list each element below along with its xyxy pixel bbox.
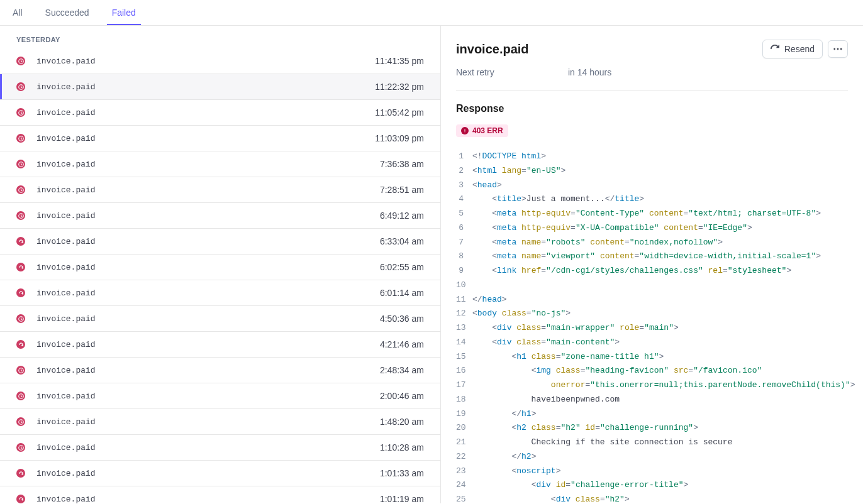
event-row[interactable]: invoice.paid6:01:14 am — [0, 280, 440, 306]
event-row[interactable]: invoice.paid2:00:46 am — [0, 383, 440, 409]
clock-icon — [16, 108, 25, 117]
code-line: 15 <h1 class="zone-name-title h1"> — [456, 350, 848, 364]
code-line: 4 <title>Just a moment...</title> — [456, 192, 848, 207]
retry-icon — [16, 263, 25, 271]
event-time: 6:01:14 am — [380, 288, 424, 298]
line-number: 1 — [456, 150, 472, 164]
event-row[interactable]: invoice.paid1:48:20 am — [0, 409, 440, 435]
event-row[interactable]: invoice.paid7:28:51 am — [0, 177, 440, 203]
more-icon — [833, 45, 842, 53]
line-content: <meta name="viewport" content="width=dev… — [472, 249, 821, 264]
event-name: invoice.paid — [36, 495, 380, 504]
line-content: <title>Just a moment...</title> — [472, 192, 644, 207]
event-time: 6:49:12 am — [380, 211, 424, 221]
clock-icon — [16, 443, 25, 452]
event-time: 11:05:42 pm — [375, 107, 424, 118]
resend-button[interactable]: Resend — [762, 40, 823, 58]
event-row[interactable]: invoice.paid4:21:46 am — [0, 332, 440, 358]
more-button[interactable] — [828, 40, 848, 58]
line-number: 13 — [456, 321, 472, 336]
event-row[interactable]: invoice.paid6:33:04 am — [0, 229, 440, 255]
code-line: 5 <meta http-equiv="Content-Type" conten… — [456, 207, 848, 221]
event-time: 7:36:38 am — [380, 159, 424, 169]
retry-icon — [16, 495, 25, 503]
line-content: <div class="h2"> — [472, 493, 630, 503]
code-line: 13 <div class="main-wrapper" role="main"… — [456, 321, 848, 336]
line-number: 21 — [456, 436, 472, 450]
line-content: onerror="this.onerror=null;this.parentNo… — [472, 378, 855, 393]
clock-icon — [16, 57, 25, 65]
clock-icon — [16, 314, 25, 323]
event-row[interactable]: invoice.paid2:48:34 am — [0, 358, 440, 383]
event-name: invoice.paid — [36, 443, 380, 452]
code-line: 23 <noscript> — [456, 464, 848, 479]
event-name: invoice.paid — [36, 392, 380, 401]
filter-tabs: AllSucceededFailed — [0, 0, 863, 26]
code-line: 8 <meta name="viewport" content="width=d… — [456, 249, 848, 264]
code-line: 7 <meta name="robots" content="noindex,n… — [456, 236, 848, 250]
code-line: 14 <div class="main-content"> — [456, 336, 848, 350]
event-row[interactable]: invoice.paid1:01:33 am — [0, 461, 440, 486]
line-number: 7 — [456, 236, 472, 250]
code-line: 17 onerror="this.onerror=null;this.paren… — [456, 378, 848, 393]
code-line: 24 <div id="challenge-error-title"> — [456, 478, 848, 493]
retry-icon — [16, 340, 25, 349]
event-row[interactable]: invoice.paid11:41:35 pm — [0, 48, 440, 74]
tab-all[interactable]: All — [8, 0, 28, 25]
line-number: 11 — [456, 293, 472, 307]
code-line: 6 <meta http-equiv="X-UA-Compatible" con… — [456, 221, 848, 236]
event-name: invoice.paid — [36, 469, 380, 478]
event-name: invoice.paid — [36, 237, 380, 246]
code-line: 1<!DOCTYPE html> — [456, 150, 848, 164]
line-number: 4 — [456, 192, 472, 207]
code-line: 21 Checking if the site connection is se… — [456, 436, 848, 450]
tab-succeeded[interactable]: Succeeded — [40, 0, 94, 25]
event-time: 1:01:19 am — [380, 494, 424, 503]
event-time: 4:21:46 am — [380, 339, 424, 349]
event-row[interactable]: invoice.paid4:50:36 am — [0, 306, 440, 332]
line-number: 9 — [456, 264, 472, 278]
clock-icon — [16, 392, 25, 400]
event-row[interactable]: invoice.paid11:03:09 pm — [0, 126, 440, 151]
line-content: <meta name="robots" content="noindex,nof… — [472, 236, 723, 250]
clock-icon — [16, 185, 25, 194]
event-row[interactable]: invoice.paid11:05:42 pm — [0, 100, 440, 126]
code-line: 22 </h2> — [456, 450, 848, 464]
line-number: 6 — [456, 221, 472, 236]
event-name: invoice.paid — [36, 263, 380, 272]
event-name: invoice.paid — [36, 314, 380, 324]
line-content: <body class="no-js"> — [472, 307, 571, 321]
line-number: 15 — [456, 350, 472, 364]
event-name: invoice.paid — [36, 366, 380, 375]
line-number: 5 — [456, 207, 472, 221]
code-line: 3<head> — [456, 178, 848, 193]
svg-point-16 — [464, 131, 465, 132]
next-retry-row: Next retry in 14 hours — [456, 67, 848, 90]
line-content: Checking if the site connection is secur… — [472, 436, 732, 450]
clock-icon — [16, 160, 25, 168]
clock-icon — [16, 211, 25, 220]
event-name: invoice.paid — [36, 417, 380, 427]
line-number: 12 — [456, 307, 472, 321]
line-number: 19 — [456, 407, 472, 422]
code-line: 16 <img class="heading-favicon" src="/fa… — [456, 364, 848, 378]
tab-failed[interactable]: Failed — [107, 0, 141, 25]
event-row[interactable]: invoice.paid7:36:38 am — [0, 151, 440, 177]
event-row[interactable]: invoice.paid6:49:12 am — [0, 203, 440, 229]
response-heading: Response — [456, 103, 848, 114]
code-line: 9 <link href="/cdn-cgi/styles/challenges… — [456, 264, 848, 278]
line-content: </h1> — [472, 407, 536, 422]
event-row[interactable]: invoice.paid6:02:55 am — [0, 255, 440, 280]
event-row[interactable]: invoice.paid1:10:28 am — [0, 435, 440, 461]
line-number: 22 — [456, 450, 472, 464]
event-row[interactable]: invoice.paid1:01:19 am — [0, 486, 440, 503]
code-line: 18 haveibeenpwned.com — [456, 393, 848, 407]
event-name: invoice.paid — [36, 57, 375, 66]
event-list-panel[interactable]: YESTERDAY invoice.paid11:41:35 pminvoice… — [0, 26, 440, 503]
event-time: 11:41:35 pm — [375, 56, 424, 66]
line-content: <img class="heading-favicon" src="/favic… — [472, 364, 762, 378]
response-body[interactable]: 1<!DOCTYPE html>2<html lang="en-US">3<he… — [456, 150, 848, 503]
line-number: 2 — [456, 164, 472, 178]
resend-label: Resend — [784, 44, 815, 54]
event-row[interactable]: invoice.paid11:22:32 pm — [0, 74, 440, 100]
